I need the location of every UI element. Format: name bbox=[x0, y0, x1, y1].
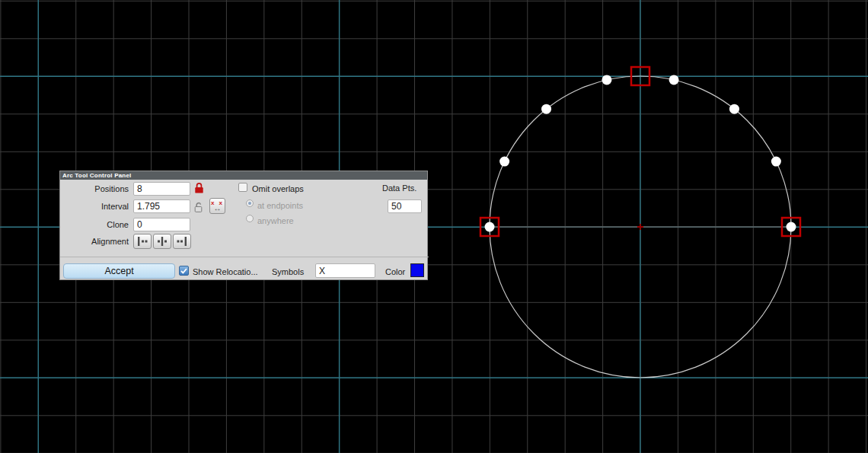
align-center-icon bbox=[157, 237, 168, 246]
lock-open-icon[interactable] bbox=[194, 201, 204, 213]
left-right-arrow-icon: ↔ bbox=[214, 205, 222, 212]
x-spread-button[interactable]: x x ↔ bbox=[209, 198, 225, 214]
color-label: Color bbox=[385, 265, 405, 279]
clone-input[interactable] bbox=[133, 218, 190, 231]
arc-tool-control-panel[interactable]: Arc Tool Control Panel Positions Omit ov… bbox=[59, 171, 428, 280]
position-marker-dot[interactable] bbox=[669, 75, 679, 85]
alignment-label: Alignment bbox=[68, 234, 129, 248]
anywhere-radio[interactable] bbox=[246, 215, 254, 222]
data-pts-input[interactable] bbox=[388, 199, 422, 213]
lock-closed-icon[interactable] bbox=[194, 182, 204, 194]
positions-label: Positions bbox=[68, 182, 129, 196]
position-marker-dot[interactable] bbox=[787, 222, 796, 232]
clone-label: Clone bbox=[68, 218, 129, 231]
radio-dot bbox=[248, 202, 251, 205]
position-marker-dot[interactable] bbox=[602, 75, 611, 85]
interval-input[interactable] bbox=[133, 199, 190, 213]
interval-label: Interval bbox=[68, 199, 129, 213]
show-relocations-label: Show Relocatio... bbox=[193, 265, 258, 279]
align-center-button[interactable] bbox=[153, 234, 171, 249]
accept-button[interactable]: Accept bbox=[63, 263, 175, 279]
align-right-icon bbox=[177, 237, 187, 246]
position-marker-dot[interactable] bbox=[499, 157, 509, 167]
omit-overlaps-checkbox[interactable] bbox=[238, 183, 247, 192]
symbols-input[interactable] bbox=[315, 263, 375, 278]
position-marker-dot[interactable] bbox=[485, 222, 495, 232]
color-swatch[interactable] bbox=[410, 263, 424, 277]
align-right-button[interactable] bbox=[173, 234, 191, 249]
application-window: Arc Tool Control Panel Positions Omit ov… bbox=[0, 0, 868, 453]
panel-titlebar[interactable]: Arc Tool Control Panel bbox=[60, 171, 427, 180]
symbols-label: Symbols bbox=[272, 265, 304, 279]
position-marker-dot[interactable] bbox=[771, 157, 781, 167]
align-left-button[interactable] bbox=[133, 234, 152, 249]
anywhere-label: anywhere bbox=[257, 214, 294, 228]
position-marker-dot[interactable] bbox=[729, 104, 739, 114]
positions-input[interactable] bbox=[133, 182, 190, 196]
align-left-icon bbox=[137, 237, 148, 246]
check-icon bbox=[180, 268, 187, 274]
panel-title: Arc Tool Control Panel bbox=[62, 172, 131, 179]
at-endpoints-radio[interactable] bbox=[246, 199, 254, 207]
data-pts-label: Data Pts. bbox=[382, 181, 416, 195]
position-marker-dot[interactable] bbox=[541, 104, 551, 114]
omit-overlaps-label: Omit overlaps bbox=[252, 182, 304, 196]
arc-center-marker[interactable] bbox=[637, 224, 643, 230]
show-relocations-checkbox[interactable] bbox=[179, 266, 189, 276]
at-endpoints-label: at endpoints bbox=[257, 199, 303, 212]
panel-separator bbox=[60, 257, 429, 257]
